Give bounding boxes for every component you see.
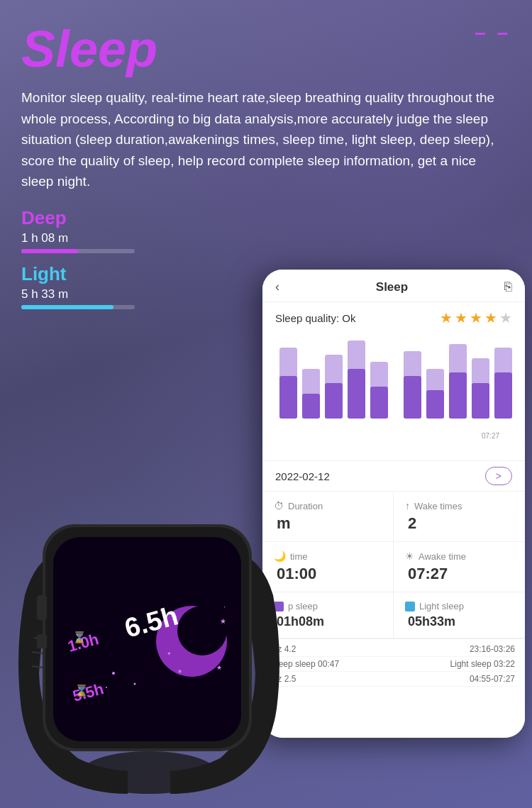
light-sleep-cell: Light sleep 05h33m bbox=[394, 592, 525, 638]
star-5: ★ bbox=[499, 309, 512, 326]
quality-text: Sleep quality: Ok bbox=[275, 312, 355, 324]
wake-label: Wake times bbox=[414, 501, 462, 511]
svg-rect-26 bbox=[37, 595, 47, 620]
svg-text:⌛: ⌛ bbox=[74, 684, 89, 697]
svg-rect-1 bbox=[279, 376, 297, 419]
wake-value: 2 bbox=[405, 514, 514, 533]
star-1: ★ bbox=[440, 309, 453, 326]
deep-bar-track bbox=[21, 249, 135, 253]
phone-title: Sleep bbox=[376, 280, 408, 294]
svg-rect-15 bbox=[449, 372, 467, 419]
svg-rect-17 bbox=[472, 383, 489, 419]
decoration-dashes: – – bbox=[475, 21, 511, 44]
light-bar-fill bbox=[21, 305, 113, 309]
svg-rect-27 bbox=[37, 634, 47, 648]
awake-icon: ☀ bbox=[405, 550, 414, 562]
back-icon[interactable]: ‹ bbox=[275, 280, 279, 294]
svg-point-44 bbox=[134, 683, 136, 685]
svg-text:⌛: ⌛ bbox=[72, 631, 87, 644]
svg-point-43 bbox=[112, 672, 115, 675]
wake-icon: ↑ bbox=[405, 500, 410, 511]
star-rating: ★ ★ ★ ★ ★ bbox=[440, 309, 512, 326]
phone-header: ‹ Sleep ⎘ bbox=[262, 270, 525, 302]
svg-rect-3 bbox=[302, 394, 320, 419]
watch-area: ★ ★ ★ ★ ✦ · · 6.5h 1.0h 5.5h ⌛ ⌛ bbox=[0, 432, 348, 808]
quality-row: Sleep quality: Ok ★ ★ ★ ★ ★ bbox=[262, 302, 525, 331]
wake-times-cell: ↑ Wake times 2 bbox=[394, 492, 525, 542]
deep-label: Deep bbox=[21, 207, 511, 229]
svg-text:✦: ✦ bbox=[167, 651, 172, 657]
star-4: ★ bbox=[484, 309, 497, 326]
awake-value: 07:27 bbox=[405, 565, 514, 583]
svg-text:★: ★ bbox=[220, 617, 226, 625]
svg-text:·: · bbox=[223, 602, 226, 611]
deep-bar-fill bbox=[21, 249, 78, 253]
page-title: Sleep bbox=[21, 21, 511, 77]
svg-rect-19 bbox=[494, 372, 512, 419]
svg-rect-9 bbox=[370, 387, 388, 419]
awake-time-cell: ☀ Awake time 07:27 bbox=[394, 542, 525, 592]
share-icon[interactable]: ⎘ bbox=[504, 280, 512, 294]
chart-svg: 07:27 bbox=[272, 333, 515, 443]
light-bar-track bbox=[21, 305, 135, 309]
deep-value: 1 h 08 m bbox=[21, 231, 511, 245]
light-sleep-cell-value: 05h33m bbox=[405, 614, 514, 629]
chart-time-label: 07:27 bbox=[482, 432, 499, 440]
star-3: ★ bbox=[470, 309, 482, 326]
deep-sleep-stat: Deep 1 h 08 m bbox=[21, 207, 511, 253]
svg-rect-5 bbox=[325, 383, 343, 419]
next-arrow[interactable]: > bbox=[485, 467, 512, 485]
page-description: Monitor sleep quality, real-time heart r… bbox=[21, 87, 511, 192]
svg-text:★: ★ bbox=[177, 668, 182, 675]
svg-rect-11 bbox=[404, 376, 421, 419]
star-2: ★ bbox=[455, 309, 467, 326]
svg-point-45 bbox=[106, 687, 107, 688]
svg-point-30 bbox=[177, 606, 227, 655]
svg-rect-13 bbox=[426, 390, 444, 419]
light-sleep-label: Light sleep bbox=[419, 601, 464, 611]
watch-svg: ★ ★ ★ ★ ✦ · · 6.5h 1.0h 5.5h ⌛ ⌛ bbox=[0, 432, 348, 808]
awake-label: Awake time bbox=[419, 551, 466, 562]
svg-text:★: ★ bbox=[216, 664, 222, 671]
svg-rect-7 bbox=[348, 369, 365, 419]
light-dot bbox=[405, 602, 415, 611]
page-background: – – Sleep Monitor sleep quality, real-ti… bbox=[0, 0, 532, 808]
